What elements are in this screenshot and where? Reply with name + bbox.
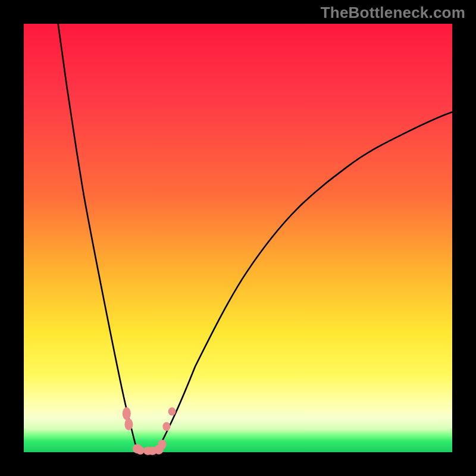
marker-dot	[136, 446, 145, 455]
marker-dot	[158, 440, 167, 449]
bottleneck-plot	[24, 24, 452, 452]
marker-dot	[168, 408, 176, 416]
outer-frame: TheBottleneck.com	[0, 0, 476, 476]
marker-dot	[124, 418, 133, 430]
curve-layer	[24, 24, 452, 452]
marker-dot	[123, 407, 131, 420]
bottleneck-curve-path	[58, 24, 452, 452]
marker-dot	[162, 422, 170, 431]
watermark-text: TheBottleneck.com	[321, 4, 465, 22]
